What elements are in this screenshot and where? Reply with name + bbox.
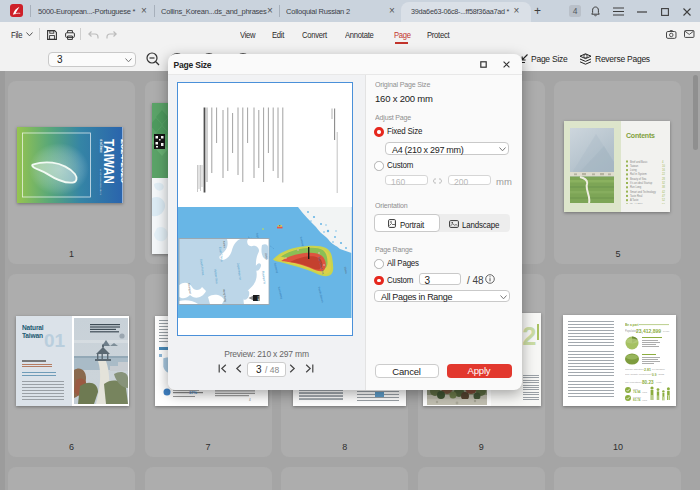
svg-text:A Taste: A Taste: [630, 198, 639, 202]
svg-text:Literacy Structure: Literacy Structure: [625, 368, 644, 371]
svg-text:47: 47: [662, 194, 665, 198]
svg-text:83.74: 83.74: [633, 398, 641, 402]
svg-text:It's an ideal Startup: It's an ideal Startup: [630, 181, 653, 185]
svg-text:Ministry of Foreign Affairs: Ministry of Foreign Affairs: [100, 169, 102, 196]
svg-text:people: people: [663, 330, 670, 332]
svg-text:10: 10: [662, 164, 665, 168]
svg-text:years: years: [656, 381, 662, 383]
svg-text:years: years: [642, 399, 647, 401]
svg-text:Taste Real: Taste Real: [630, 194, 643, 198]
svg-text:4: 4: [249, 398, 251, 402]
svg-text:37%: 37%: [189, 390, 197, 395]
svg-text:16: 16: [662, 168, 665, 172]
svg-text:Run Long: Run Long: [630, 185, 642, 189]
svg-text:Life expectancy: Life expectancy: [625, 381, 642, 384]
svg-text:28: 28: [662, 177, 665, 181]
svg-text:Taiwan: Taiwan: [630, 164, 639, 168]
svg-text:per thousand: per thousand: [652, 368, 666, 370]
svg-text:(2023): (2023): [658, 373, 665, 375]
svg-text:32: 32: [662, 181, 665, 185]
svg-text:2.81: 2.81: [644, 368, 651, 372]
svg-text:Beauty of Sea: Beauty of Sea: [630, 177, 647, 181]
svg-text:42: 42: [662, 190, 665, 194]
svg-text:4: 4: [662, 160, 664, 164]
svg-text:Living: Living: [630, 168, 637, 172]
svg-text:23,412,899: 23,412,899: [636, 328, 661, 334]
svg-text:years: years: [642, 391, 647, 393]
svg-text:Brief and Basic: Brief and Basic: [630, 160, 648, 164]
svg-text:0.9: 0.9: [652, 373, 657, 377]
svg-text:2024-2025: 2024-2025: [120, 139, 123, 184]
svg-text:80.23: 80.23: [642, 380, 654, 385]
svg-text:52: 52: [662, 198, 665, 202]
svg-text:Rail in System: Rail in System: [630, 173, 647, 177]
svg-text:Be a part: Be a part: [625, 323, 640, 327]
svg-text:76.94: 76.94: [633, 390, 641, 394]
svg-text:Smart and Technology: Smart and Technology: [630, 190, 656, 194]
svg-text:World ABC: World ABC: [630, 203, 643, 204]
svg-text:38: 38: [662, 185, 665, 189]
svg-text:Pop. density (people/km²): Pop. density (people/km²): [625, 373, 652, 376]
svg-text:22: 22: [662, 173, 665, 177]
svg-text:56: 56: [662, 203, 665, 204]
svg-text:at a Glance: at a Glance: [99, 139, 103, 153]
